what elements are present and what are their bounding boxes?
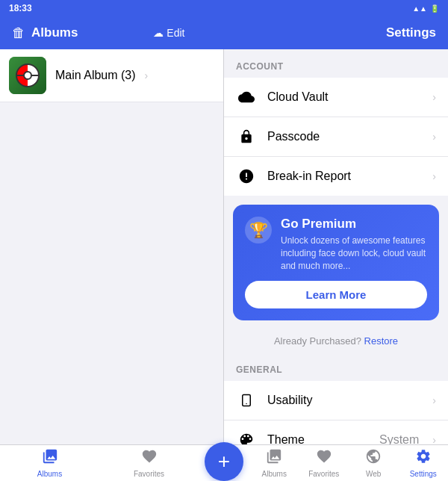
tab-albums-right[interactable]: Albums	[249, 445, 299, 481]
web-tab-label: Web	[366, 470, 381, 478]
already-purchased-text: Already Purchased? Restore	[224, 329, 448, 353]
fab-left[interactable]: +	[205, 442, 243, 481]
tab-web-right[interactable]: Web	[349, 445, 399, 481]
left-panel: Main Album (3) ›	[0, 49, 224, 444]
usability-label: Usability	[267, 394, 419, 407]
tab-bar: Albums Favorites + Albums Favorites	[0, 444, 448, 481]
nav-left: 🗑 Albums	[12, 25, 153, 41]
tab-albums-left[interactable]: Albums	[0, 445, 99, 481]
premium-content: Go Premium Unlock dozens of awesome feat…	[281, 217, 427, 272]
breakin-report-item[interactable]: Break-in Report ›	[224, 157, 448, 196]
tab-bar-right: Albums Favorites Web Settings	[249, 445, 448, 481]
trophy-icon: 🏆	[245, 217, 272, 243]
premium-description: Unlock dozens of awesome features includ…	[281, 235, 427, 272]
premium-card-header: 🏆 Go Premium Unlock dozens of awesome fe…	[245, 217, 427, 272]
tab-settings-right[interactable]: Settings	[399, 445, 449, 481]
nav-settings-title: Settings	[386, 25, 436, 40]
general-settings-group: Usability › Theme System ›	[224, 381, 448, 444]
nav-center[interactable]: ☁ Edit	[153, 27, 294, 39]
theme-item[interactable]: Theme System ›	[224, 421, 448, 444]
web-tab-icon	[365, 448, 382, 468]
nav-albums-title: Albums	[31, 25, 78, 40]
nav-bar: 🗑 Albums ☁ Edit Settings	[0, 16, 448, 49]
cloud-vault-label: Cloud Vault	[267, 90, 419, 104]
status-icons: ▲▲ 🔋	[412, 4, 439, 13]
passcode-item[interactable]: Passcode ›	[224, 117, 448, 157]
favorites-tab-label-right: Favorites	[308, 470, 339, 478]
restore-link[interactable]: Restore	[364, 335, 399, 347]
theme-chevron: ›	[432, 434, 436, 444]
usability-chevron: ›	[432, 394, 436, 406]
usability-icon	[236, 390, 257, 411]
tab-bar-left: Albums Favorites	[0, 445, 199, 481]
usability-item[interactable]: Usability ›	[224, 381, 448, 421]
battery-icon: 🔋	[430, 4, 439, 13]
favorites-tab-icon-left	[141, 448, 158, 468]
cloud-vault-item[interactable]: Cloud Vault ›	[224, 78, 448, 117]
albums-tab-label-right: Albums	[262, 470, 287, 478]
breakin-label: Break-in Report	[267, 170, 419, 183]
trash-icon[interactable]: 🗑	[12, 25, 25, 41]
status-bar: 18:33 ▲▲ 🔋	[0, 0, 448, 16]
settings-tab-icon	[415, 448, 432, 468]
learn-more-button[interactable]: Learn More	[245, 281, 427, 308]
theme-value: System	[379, 433, 419, 444]
cloud-vault-chevron: ›	[432, 91, 436, 103]
album-item[interactable]: Main Album (3) ›	[0, 49, 223, 102]
passcode-label: Passcode	[267, 130, 419, 143]
albums-tab-icon-right	[266, 448, 282, 468]
cloud-icon: ☁	[153, 27, 164, 39]
tab-favorites-right[interactable]: Favorites	[299, 445, 349, 481]
breakin-chevron: ›	[432, 170, 436, 182]
settings-tab-label: Settings	[410, 470, 437, 478]
status-time-left: 18:33	[9, 3, 32, 13]
album-name: Main Album (3)	[55, 69, 136, 82]
cloud-vault-icon	[236, 87, 257, 108]
fab-plus-icon-left: +	[218, 451, 230, 472]
account-settings-group: Cloud Vault › Passcode › Break-in	[224, 78, 448, 196]
albums-tab-label-left: Albums	[37, 470, 62, 478]
album-chevron-icon: ›	[145, 69, 149, 81]
theme-label: Theme	[267, 433, 369, 444]
premium-card: 🏆 Go Premium Unlock dozens of awesome fe…	[233, 205, 439, 320]
tab-favorites-left[interactable]: Favorites	[99, 445, 199, 481]
right-panel: ACCOUNT Cloud Vault › Passcode ›	[224, 49, 448, 444]
breakin-icon	[236, 166, 257, 187]
passcode-chevron: ›	[432, 131, 436, 143]
account-section-header: ACCOUNT	[224, 49, 448, 78]
nav-right: Settings	[295, 25, 436, 40]
wifi-icon: ▲▲	[412, 4, 427, 13]
nav-edit-label: Edit	[167, 27, 184, 39]
albums-tab-icon	[42, 448, 58, 468]
favorites-tab-label-left: Favorites	[134, 470, 164, 478]
general-section-header: GENERAL	[224, 353, 448, 381]
split-container: Main Album (3) › ACCOUNT Cloud Vault ›	[0, 49, 448, 444]
premium-title: Go Premium	[281, 217, 427, 232]
passcode-icon	[236, 126, 257, 147]
pokeball-image	[16, 63, 40, 87]
theme-icon	[236, 429, 257, 444]
favorites-tab-icon-right	[316, 448, 332, 468]
album-thumbnail	[9, 57, 46, 94]
